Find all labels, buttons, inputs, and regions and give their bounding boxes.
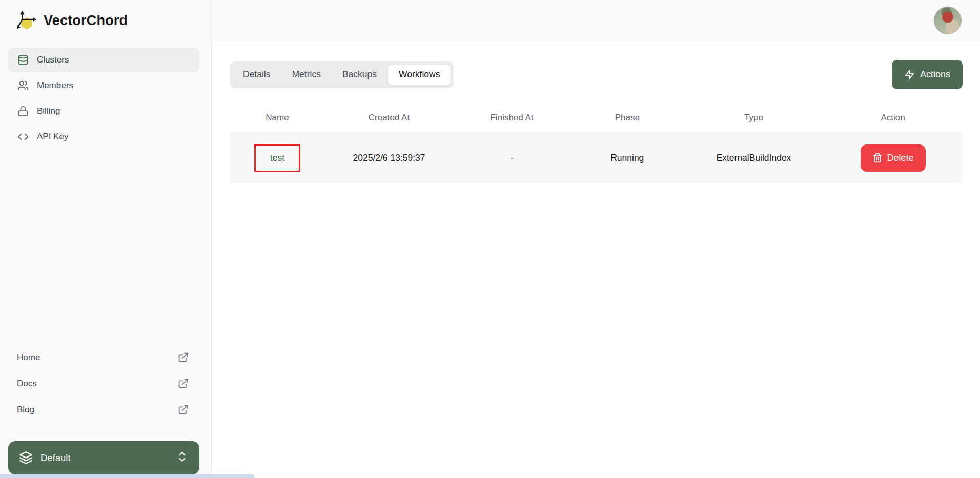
brand-name: VectorChord: [44, 13, 128, 29]
topbar: [212, 0, 980, 41]
external-link-icon: [178, 378, 189, 389]
browser-status-bar: [0, 474, 254, 478]
sidebar-spacer: [0, 149, 211, 344]
column-header-type: Type: [684, 113, 824, 123]
workflow-name-link[interactable]: test: [270, 153, 284, 163]
tab-label: Backups: [342, 69, 377, 80]
cell-name: test: [230, 144, 325, 172]
database-icon: [17, 54, 29, 66]
table-header-row: Name Created At Finished At Phase Type A…: [230, 103, 963, 133]
sidebar-item-billing[interactable]: Billing: [8, 99, 199, 123]
layers-icon: [19, 451, 33, 465]
column-header-created-at: Created At: [325, 113, 453, 123]
sidebar-item-label: Members: [37, 80, 73, 91]
brand-header: VectorChord: [0, 0, 211, 41]
chevrons-up-down-icon: [176, 450, 189, 466]
cluster-tabs: Details Metrics Backups Workflows: [230, 61, 454, 88]
external-link-icon: [178, 352, 189, 363]
sidebar-link-home[interactable]: Home: [0, 344, 211, 370]
users-icon: [17, 80, 29, 91]
main-area: Details Metrics Backups Workflows: [212, 0, 980, 478]
tab-label: Details: [243, 69, 271, 80]
tab-label: Metrics: [292, 69, 321, 80]
sidebar-link-label: Blog: [17, 405, 34, 415]
zap-icon: [904, 69, 915, 80]
annotation-highlight-box: test: [254, 144, 300, 172]
column-header-name: Name: [230, 113, 325, 123]
column-header-phase: Phase: [570, 113, 684, 123]
delete-button[interactable]: Delete: [861, 144, 926, 172]
sidebar-link-label: Docs: [17, 379, 37, 389]
trash-icon: [872, 153, 883, 163]
column-header-finished-at: Finished At: [453, 113, 570, 123]
delete-button-label: Delete: [887, 153, 914, 163]
sidebar-item-label: Billing: [37, 106, 60, 116]
sidebar-item-members[interactable]: Members: [8, 73, 199, 98]
tab-metrics[interactable]: Metrics: [281, 64, 332, 86]
sidebar-external-links: Home Docs Blog: [0, 344, 211, 441]
sidebar-item-label: API Key: [37, 132, 68, 142]
sidebar-item-api-key[interactable]: API Key: [8, 124, 199, 149]
user-avatar[interactable]: [934, 7, 962, 34]
content-area: Details Metrics Backups Workflows: [212, 41, 980, 478]
project-switcher-label: Default: [40, 452, 71, 464]
app-window: VectorChord Clusters Members: [0, 0, 980, 478]
sidebar-item-label: Clusters: [37, 55, 69, 65]
actions-button-label: Actions: [920, 69, 950, 80]
cell-action: Delete: [823, 144, 963, 172]
sidebar: VectorChord Clusters Members: [0, 0, 212, 478]
cell-finished-at: -: [453, 153, 570, 163]
sidebar-item-clusters[interactable]: Clusters: [8, 48, 199, 72]
code-icon: [17, 131, 29, 142]
vectorchord-logo-icon: [15, 9, 38, 32]
actions-button[interactable]: Actions: [892, 60, 963, 89]
workflows-table: Name Created At Finished At Phase Type A…: [230, 103, 963, 183]
sidebar-link-blog[interactable]: Blog: [0, 397, 211, 423]
tab-label: Workflows: [399, 69, 440, 80]
cell-type: ExternalBuildIndex: [684, 153, 824, 163]
tab-backups[interactable]: Backups: [332, 64, 387, 86]
cell-created-at: 2025/2/6 13:59:37: [325, 153, 453, 163]
column-header-action: Action: [823, 113, 963, 123]
project-switcher-button[interactable]: Default: [8, 441, 199, 474]
tab-details[interactable]: Details: [232, 64, 281, 86]
table-row: test 2025/2/6 13:59:37 - Running Externa…: [230, 133, 963, 183]
tab-workflows[interactable]: Workflows: [387, 64, 451, 86]
sidebar-link-docs[interactable]: Docs: [0, 370, 211, 397]
content-header: Details Metrics Backups Workflows: [230, 60, 963, 89]
lock-icon: [17, 106, 29, 117]
sidebar-nav: Clusters Members Billing: [0, 41, 211, 149]
sidebar-link-label: Home: [17, 352, 40, 363]
cell-phase: Running: [570, 153, 684, 163]
external-link-icon: [178, 404, 189, 415]
